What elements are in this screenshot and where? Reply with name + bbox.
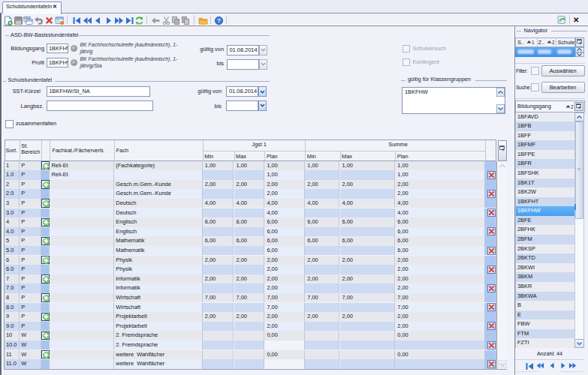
svg-text:1: 1 (532, 40, 535, 45)
svg-text:2: 2 (571, 104, 574, 110)
svg-text:2: 2 (552, 40, 555, 45)
svg-text:?: ? (217, 17, 221, 24)
